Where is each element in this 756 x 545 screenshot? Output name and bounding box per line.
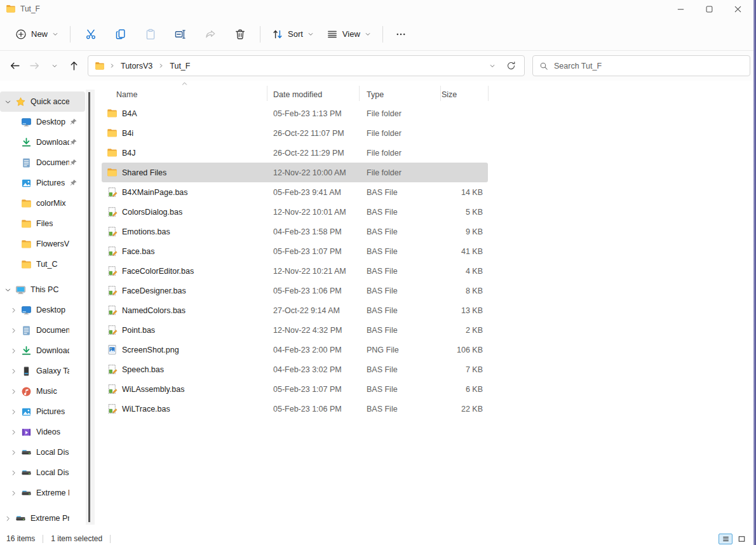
- file-type: BAS File: [359, 188, 440, 197]
- back-button[interactable]: [5, 56, 25, 76]
- breadcrumb-segment[interactable]: Tut_F: [168, 60, 191, 72]
- forward-button[interactable]: [25, 56, 44, 76]
- tree-expander[interactable]: [8, 219, 18, 229]
- minimize-button[interactable]: [666, 1, 695, 17]
- file-row[interactable]: Shared Files 12-Nov-22 10:00 AM File fol…: [102, 163, 488, 182]
- sidebar-item-galaxy-tab-a7[interactable]: Galaxy Tab A7 L: [0, 361, 85, 381]
- tree-expander[interactable]: [8, 346, 18, 356]
- maximize-button[interactable]: [695, 1, 724, 17]
- sidebar-item-tut-c[interactable]: Tut_C: [0, 254, 85, 274]
- tree-expander[interactable]: [8, 386, 18, 396]
- file-name: WiLAssembly.bas: [122, 385, 184, 394]
- tree-expander[interactable]: [8, 239, 18, 249]
- tree-expander[interactable]: [8, 137, 18, 147]
- tree-expander[interactable]: [8, 325, 18, 335]
- column-separator[interactable]: [359, 86, 360, 101]
- tree-expander[interactable]: [8, 468, 18, 478]
- file-row[interactable]: WiLAssembly.bas 05-Feb-23 1:07 PM BAS Fi…: [102, 379, 488, 399]
- sidebar-item-extreme-pro-e[interactable]: Extreme Pro (E:: [0, 483, 85, 503]
- search-box[interactable]: [532, 55, 750, 76]
- breadcrumb-chevron-icon[interactable]: [109, 63, 115, 69]
- column-header-size[interactable]: Size: [440, 90, 488, 99]
- details-view-toggle[interactable]: [719, 534, 732, 544]
- column-header-type[interactable]: Type: [359, 90, 440, 99]
- new-button[interactable]: New: [9, 23, 65, 46]
- sidebar-item-documents[interactable]: Documents: [0, 152, 85, 173]
- tree-expander[interactable]: [8, 178, 18, 188]
- tree-expander[interactable]: [8, 158, 18, 168]
- file-row[interactable]: B4XMainPage.bas 05-Feb-23 9:41 AM BAS Fi…: [102, 182, 488, 202]
- file-row[interactable]: Emotions.bas 04-Feb-23 1:58 PM BAS File …: [102, 222, 488, 241]
- tree-expander[interactable]: [3, 285, 13, 295]
- sidebar-item-colormix[interactable]: colorMix: [0, 193, 85, 213]
- address-bar[interactable]: TutorsV3 Tut_F: [88, 55, 525, 76]
- view-button[interactable]: View: [320, 23, 377, 46]
- more-options-button[interactable]: [388, 23, 414, 46]
- sidebar-item-pc-pictures[interactable]: Pictures: [0, 401, 85, 422]
- breadcrumb-chevron-icon[interactable]: [158, 63, 164, 69]
- column-separator[interactable]: [440, 86, 441, 101]
- sidebar-scrollbar-thumb[interactable]: [88, 92, 90, 522]
- cut-button[interactable]: [76, 23, 105, 46]
- file-row[interactable]: Point.bas 12-Nov-22 4:32 PM BAS File 2 K…: [102, 320, 488, 340]
- file-row[interactable]: FaceColorEditor.bas 12-Nov-22 10:21 AM B…: [102, 261, 488, 281]
- rename-button[interactable]: [165, 23, 195, 46]
- file-row[interactable]: FaceDesigner.bas 05-Feb-23 1:06 PM BAS F…: [102, 281, 488, 300]
- tree-expander[interactable]: [8, 198, 18, 208]
- tree-expander[interactable]: [8, 488, 18, 498]
- sidebar-item-this-pc[interactable]: This PC: [0, 279, 85, 300]
- file-row[interactable]: Face.bas 05-Feb-23 1:07 PM BAS File 41 K…: [102, 241, 488, 261]
- sidebar-item-quick-access[interactable]: Quick access: [0, 91, 85, 112]
- share-button[interactable]: [195, 23, 225, 46]
- sidebar-item-pc-desktop[interactable]: Desktop: [0, 300, 85, 320]
- tree-expander[interactable]: [8, 407, 18, 417]
- tree-expander[interactable]: [3, 97, 13, 107]
- paste-icon: [145, 29, 156, 40]
- tree-expander[interactable]: [8, 366, 18, 376]
- sort-button[interactable]: Sort: [266, 23, 320, 46]
- file-row[interactable]: B4i 26-Oct-22 11:07 PM File folder: [102, 123, 488, 143]
- column-header-date-modified[interactable]: Date modified: [267, 90, 359, 99]
- column-separator[interactable]: [267, 86, 267, 101]
- close-button[interactable]: [724, 1, 752, 17]
- tree-expander[interactable]: [8, 427, 18, 437]
- column-header-name[interactable]: Name: [102, 90, 267, 99]
- sidebar-item-local-disk-c[interactable]: Local Disk (C:): [0, 442, 85, 462]
- delete-button[interactable]: [225, 23, 255, 46]
- file-row[interactable]: NamedColors.bas 27-Oct-22 9:14 AM BAS Fi…: [102, 300, 488, 320]
- column-separator[interactable]: [488, 86, 489, 101]
- recent-locations-button[interactable]: [44, 56, 64, 76]
- sidebar-item-pictures[interactable]: Pictures: [0, 173, 85, 193]
- file-row[interactable]: B4A 05-Feb-23 1:13 PM File folder: [102, 104, 488, 123]
- tree-expander[interactable]: [3, 513, 13, 523]
- sidebar-item-extreme-pro-e-root[interactable]: Extreme Pro (E:): [0, 508, 85, 528]
- sidebar-item-pc-downloads[interactable]: Downloads: [0, 340, 85, 361]
- address-dropdown-icon[interactable]: [489, 63, 496, 69]
- tree-expander[interactable]: [8, 259, 18, 269]
- back-icon: [10, 60, 20, 71]
- search-input[interactable]: [554, 62, 743, 71]
- file-row[interactable]: WiLTrace.bas 05-Feb-23 1:06 PM BAS File …: [102, 399, 488, 419]
- file-row[interactable]: ColorsDialog.bas 12-Nov-22 10:01 AM BAS …: [102, 202, 488, 222]
- sidebar-item-pc-documents[interactable]: Documents: [0, 320, 85, 340]
- up-button[interactable]: [64, 56, 84, 76]
- sidebar-item-files[interactable]: Files: [0, 213, 85, 234]
- sidebar-scrollbar-track[interactable]: [86, 90, 95, 525]
- sidebar-item-desktop[interactable]: Desktop: [0, 112, 85, 132]
- sidebar-item-local-disk-d[interactable]: Local Disk (D:): [0, 462, 85, 483]
- tree-expander[interactable]: [8, 305, 18, 315]
- file-row[interactable]: B4J 26-Oct-22 11:29 PM File folder: [102, 143, 488, 163]
- copy-button[interactable]: [105, 23, 135, 46]
- file-row[interactable]: Speech.bas 04-Feb-23 3:02 PM BAS File 7 …: [102, 360, 488, 379]
- tree-expander[interactable]: [8, 447, 18, 457]
- file-row[interactable]: ScreenShot.png 04-Feb-23 2:00 PM PNG Fil…: [102, 340, 488, 360]
- paste-button[interactable]: [135, 23, 165, 46]
- tree-expander[interactable]: [8, 117, 18, 127]
- breadcrumb-segment[interactable]: TutorsV3: [119, 60, 154, 72]
- sidebar-item-downloads[interactable]: Downloads: [0, 132, 85, 152]
- sidebar-item-music[interactable]: Music: [0, 381, 85, 401]
- sidebar-item-videos[interactable]: Videos: [0, 422, 85, 442]
- refresh-icon[interactable]: [506, 61, 516, 71]
- sidebar-item-flowersv2[interactable]: FlowersV2: [0, 234, 85, 254]
- large-icons-view-toggle[interactable]: [734, 534, 748, 544]
